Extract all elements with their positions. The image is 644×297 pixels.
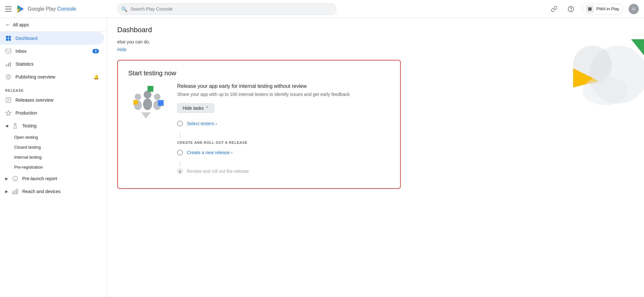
task-circle-2 — [177, 150, 183, 155]
back-arrow-icon: ← — [5, 22, 10, 28]
select-testers-link[interactable]: Select testers › — [187, 121, 217, 126]
app-chip-label: PWA in Play — [596, 6, 619, 11]
testing-card-title: Start testing now — [128, 70, 390, 77]
page-title: Dashboard — [117, 26, 634, 34]
hamburger-icon[interactable] — [5, 5, 13, 13]
chevron-right-icon-prelaunch: ▶ — [5, 176, 8, 181]
svg-point-26 — [15, 180, 15, 180]
task-circle-1 — [177, 121, 183, 126]
dashboard-label: Dashboard — [15, 36, 38, 41]
releases-overview-icon — [5, 97, 12, 103]
sidebar-item-production[interactable]: Production — [0, 107, 104, 119]
testing-label: Testing — [22, 123, 36, 128]
create-release-section-label: CREATE AND ROLL OUT A RELEASE — [177, 141, 390, 144]
internal-testing-label: Internal testing — [14, 155, 42, 160]
testing-content: Release your app early for internal test… — [177, 83, 390, 179]
sidebar-sub-item-internal-testing[interactable]: Internal testing — [0, 152, 107, 162]
decorative-area — [509, 36, 644, 107]
svg-point-39 — [154, 94, 160, 100]
review-rollout-text: Review and roll out the release — [187, 169, 249, 174]
open-testing-label: Open testing — [14, 135, 38, 140]
hide-tasks-label: Hide tasks — [183, 106, 204, 111]
svg-rect-13 — [8, 63, 9, 67]
testing-body-desc: Share your app with up to 100 internal t… — [177, 92, 390, 97]
sidebar-sub-item-pre-registration[interactable]: Pre-registration — [0, 162, 107, 172]
sidebar-item-dashboard[interactable]: Dashboard — [0, 32, 104, 45]
sidebar-item-publishing-overview[interactable]: Publishing overview 🔔 — [0, 70, 104, 83]
reach-icon — [12, 188, 18, 195]
pre-launch-icon — [12, 175, 18, 182]
topbar-left: Google Play Console — [5, 4, 112, 14]
sidebar-item-inbox[interactable]: Inbox 9 — [0, 45, 104, 58]
create-release-link[interactable]: Create a new release › — [187, 150, 233, 155]
inbox-label: Inbox — [15, 49, 26, 54]
testing-card-body: Release your app early for internal test… — [128, 83, 390, 179]
svg-point-31 — [573, 46, 612, 84]
svg-point-34 — [583, 76, 628, 105]
hide-link[interactable]: Hide — [117, 47, 127, 52]
svg-rect-28 — [14, 190, 16, 194]
decorative-illustration — [509, 36, 644, 107]
reach-and-devices-label: Reach and devices — [22, 189, 61, 194]
testing-illustration — [128, 83, 167, 179]
search-input[interactable] — [117, 3, 336, 15]
sidebar-item-pre-launch-report[interactable]: ▶ Pre-launch report — [0, 172, 107, 185]
task-review-rollout: Review and roll out the release — [177, 168, 390, 174]
svg-rect-9 — [6, 39, 8, 41]
svg-point-35 — [144, 91, 151, 98]
testing-illustration-svg — [128, 83, 167, 119]
sidebar-sub-item-closed-testing[interactable]: Closed testing — [0, 142, 107, 152]
logo-area: Google Play Console — [15, 4, 76, 14]
help-icon-button[interactable] — [565, 3, 577, 15]
task-circle-locked — [177, 168, 183, 174]
releases-overview-label: Releases overview — [15, 97, 53, 103]
svg-point-30 — [589, 46, 644, 104]
search-icon: 🔍 — [121, 6, 128, 12]
main-content: Dashboard else you can do. Hide Start te… — [107, 18, 644, 297]
hide-tasks-button[interactable]: Hide tasks ⌃ — [177, 103, 214, 113]
sidebar: ← All apps Dashboard — [0, 18, 107, 297]
svg-rect-42 — [158, 100, 164, 106]
mute-icon: 🔔 — [93, 74, 99, 79]
svg-rect-29 — [16, 189, 18, 194]
publishing-overview-label: Publishing overview — [15, 74, 55, 79]
inbox-icon — [5, 48, 12, 54]
sidebar-item-reach-and-devices[interactable]: ▶ Reach and devices — [0, 185, 107, 198]
closed-testing-label: Closed testing — [14, 145, 41, 150]
task-select-testers: Select testers › — [177, 121, 390, 126]
sidebar-item-releases-overview[interactable]: Releases overview — [0, 94, 104, 107]
chevron-left-icon: ◀ — [5, 124, 8, 128]
svg-point-37 — [135, 94, 141, 100]
svg-rect-7 — [6, 36, 8, 38]
task-connector-1 — [180, 132, 180, 138]
layout: ← All apps Dashboard — [0, 18, 644, 297]
task-connector-2 — [180, 161, 180, 167]
sidebar-item-testing[interactable]: ◀ Testing — [0, 119, 107, 132]
statistics-icon — [5, 61, 12, 67]
chevron-up-icon: ⌃ — [206, 106, 209, 110]
sidebar-all-apps[interactable]: ← All apps — [0, 18, 107, 32]
svg-rect-27 — [13, 192, 14, 194]
release-section-label: Release — [0, 83, 107, 94]
chevron-right-icon-reach: ▶ — [5, 189, 8, 194]
svg-rect-41 — [148, 86, 153, 92]
sidebar-item-statistics[interactable]: Statistics — [0, 58, 104, 70]
sidebar-sub-item-open-testing[interactable]: Open testing — [0, 132, 107, 142]
app-chip[interactable]: PWA in Play — [582, 4, 623, 14]
svg-rect-11 — [6, 49, 11, 53]
topbar-right: PWA in Play U — [548, 3, 639, 15]
svg-rect-6 — [588, 7, 592, 11]
logo-text: Google Play Console — [28, 6, 76, 12]
pre-launch-report-label: Pre-launch report — [22, 176, 57, 181]
svg-point-36 — [143, 98, 152, 110]
pre-registration-label: Pre-registration — [14, 165, 43, 170]
task-create-release: Create a new release › — [177, 150, 390, 155]
publishing-overview-icon — [5, 74, 12, 80]
app-chip-icon — [586, 5, 594, 13]
inbox-badge: 9 — [92, 49, 99, 53]
statistics-label: Statistics — [15, 61, 34, 67]
topbar: Google Play Console 🔍 P — [0, 0, 644, 18]
avatar[interactable]: U — [629, 4, 639, 14]
link-icon-button[interactable] — [548, 3, 560, 15]
svg-marker-44 — [141, 112, 151, 119]
